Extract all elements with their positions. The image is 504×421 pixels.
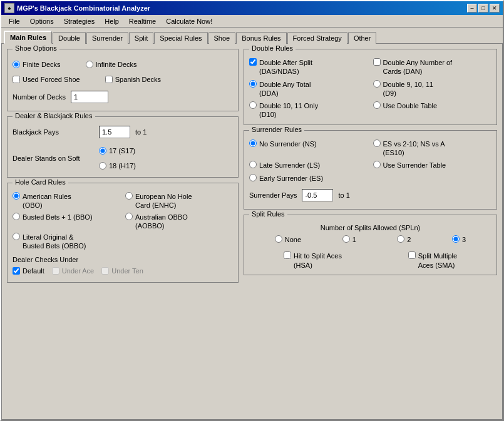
menu-help[interactable]: Help — [100, 16, 124, 26]
minimize-button[interactable]: – — [467, 4, 477, 13]
number-of-decks-input[interactable] — [71, 91, 108, 103]
no-surrender-label: No Surrender (NS) — [259, 139, 317, 148]
finite-decks-radio[interactable] — [13, 61, 20, 68]
hsa-row: Hit to Split Aces(HSA) — [284, 251, 342, 270]
maximize-button[interactable]: □ — [478, 4, 488, 13]
surrender-rules-group: Surrender Rules No Surrender (NS) ES vs … — [244, 130, 497, 210]
early-surrender-radio[interactable] — [249, 174, 257, 181]
split-rules-title: Split Rules — [249, 210, 287, 218]
dda-row: Double Any Total(DDA) — [249, 80, 368, 98]
close-button[interactable]: ✕ — [490, 4, 500, 13]
surrender-rules-title: Surrender Rules — [249, 126, 304, 133]
dealer-checks-section: Dealer Checks Under Default Under Ace — [13, 256, 233, 277]
sma-row: Split MultipleAces (SMA) — [408, 251, 457, 270]
dan-label: Double Any Number ofCards (DAN) — [383, 58, 453, 76]
d10-row: Double 10, 11 Only(D10) — [249, 101, 368, 119]
under-ace-checkbox[interactable] — [52, 267, 59, 275]
tab-forced-strategy[interactable]: Forced Strategy — [287, 32, 347, 44]
infinite-decks-radio[interactable] — [86, 61, 93, 68]
obo-radio[interactable] — [13, 192, 20, 200]
use-surrender-radio[interactable] — [373, 161, 381, 168]
tab-shoe[interactable]: Shoe — [208, 32, 236, 44]
d10-radio[interactable] — [249, 101, 257, 109]
under-ace-label: Under Ace — [62, 267, 94, 275]
das-row: Double After Split(DAS/NDAS) — [249, 58, 368, 76]
literal-label: Literal Original &Busted Bets (OBBO) — [23, 233, 86, 251]
tab-bonus-rules[interactable]: Bonus Rules — [236, 32, 286, 44]
late-surrender-radio[interactable] — [249, 161, 257, 168]
tab-double[interactable]: Double — [53, 32, 86, 44]
used-forced-shoe-label: Used Forced Shoe — [23, 76, 80, 83]
menu-file[interactable]: File — [4, 16, 25, 26]
no-surrender-radio[interactable] — [249, 139, 257, 147]
aobbo-row: Australian OBBO(AOBBO) — [125, 213, 233, 231]
finite-decks-row: Finite Decks — [13, 61, 61, 68]
es10-radio[interactable] — [373, 139, 381, 147]
dealer-stands-label: Dealer Stands on Soft — [13, 155, 94, 162]
title-bar: ♠ MGP's Blackjack Combinatorial Analyzer… — [1, 1, 503, 15]
menu-strategies[interactable]: Strategies — [59, 16, 100, 26]
menu-realtime[interactable]: Realtime — [124, 16, 161, 26]
under-ten-checkbox[interactable] — [101, 267, 109, 275]
use-double-radio[interactable] — [373, 101, 381, 109]
h17-radio[interactable] — [99, 162, 106, 170]
s17-radio[interactable] — [99, 147, 106, 155]
tab-special-rules[interactable]: Special Rules — [154, 32, 207, 44]
finite-decks-label: Finite Decks — [23, 61, 61, 68]
surrender-to1-label: to 1 — [338, 191, 349, 199]
none-split-radio[interactable] — [275, 235, 282, 243]
hsa-checkbox[interactable] — [284, 251, 291, 259]
dealer-checks-label: Dealer Checks Under — [13, 256, 78, 263]
under-ten-row: Under Ten — [101, 267, 143, 275]
three-split-row: 3 — [452, 235, 466, 244]
early-surrender-row: Early Surrender (ES) — [249, 174, 368, 183]
blackjack-to1-label: to 1 — [135, 128, 147, 136]
none-split-row: None — [275, 235, 301, 244]
blackjack-pays-input[interactable] — [99, 126, 130, 138]
spanish-decks-checkbox[interactable] — [105, 76, 113, 83]
two-split-radio[interactable] — [397, 235, 404, 243]
hsa-label: Hit to Split Aces(HSA) — [294, 251, 342, 270]
literal-row: Literal Original &Busted Bets (OBBO) — [13, 233, 120, 251]
d9-row: Double 9, 10, 11(D9) — [373, 80, 492, 98]
bbo-row: Busted Bets + 1 (BBO) — [13, 213, 120, 231]
bbo-radio[interactable] — [13, 213, 20, 220]
shoe-options-group: Shoe Options Finite Decks Infinite Decks — [7, 49, 239, 111]
d9-radio[interactable] — [373, 80, 381, 88]
tab-content: Shoe Options Finite Decks Infinite Decks — [1, 43, 503, 420]
used-forced-shoe-checkbox[interactable] — [13, 76, 20, 83]
sma-checkbox[interactable] — [408, 251, 416, 259]
surrender-pays-input[interactable] — [302, 189, 333, 201]
aobbo-radio[interactable] — [125, 213, 133, 220]
three-split-radio[interactable] — [452, 235, 460, 243]
tab-other[interactable]: Other — [348, 32, 377, 44]
double-rules-title: Double Rules — [249, 44, 296, 52]
spanish-decks-label: Spanish Decks — [115, 76, 161, 83]
infinite-decks-label: Infinite Decks — [96, 61, 137, 68]
es10-label: ES vs 2-10; NS vs A(ES10) — [383, 139, 445, 158]
dda-radio[interactable] — [249, 80, 257, 88]
shoe-options-title: Shoe Options — [13, 44, 59, 52]
early-surrender-label: Early Surrender (ES) — [259, 174, 323, 183]
use-double-row: Use Double Table — [373, 101, 492, 119]
use-surrender-label: Use Surrender Table — [383, 161, 446, 170]
es10-row: ES vs 2-10; NS vs A(ES10) — [373, 139, 492, 158]
double-rules-group: Double Rules Double After Split(DAS/NDAS… — [244, 49, 497, 125]
dan-checkbox[interactable] — [373, 58, 381, 66]
one-split-radio[interactable] — [342, 235, 350, 243]
tab-surrender[interactable]: Surrender — [86, 32, 128, 44]
dealer-checks-row: Default Under Ace Under Ten — [13, 265, 233, 277]
enhc-radio[interactable] — [125, 192, 133, 200]
tab-main-rules[interactable]: Main Rules — [4, 31, 52, 44]
tab-split[interactable]: Split — [129, 32, 153, 44]
d9-label: Double 9, 10, 11(D9) — [383, 80, 434, 98]
das-checkbox[interactable] — [249, 58, 257, 66]
menu-options[interactable]: Options — [25, 16, 59, 26]
menu-calculate[interactable]: Calculate Now! — [161, 16, 217, 26]
default-checkbox[interactable] — [13, 267, 20, 275]
late-surrender-label: Late Surrender (LS) — [259, 161, 320, 170]
obo-label: American Rules(OBO) — [23, 192, 71, 210]
blackjack-pays-label: Blackjack Pays — [13, 128, 94, 136]
under-ten-label: Under Ten — [111, 267, 143, 275]
literal-radio[interactable] — [13, 233, 20, 240]
